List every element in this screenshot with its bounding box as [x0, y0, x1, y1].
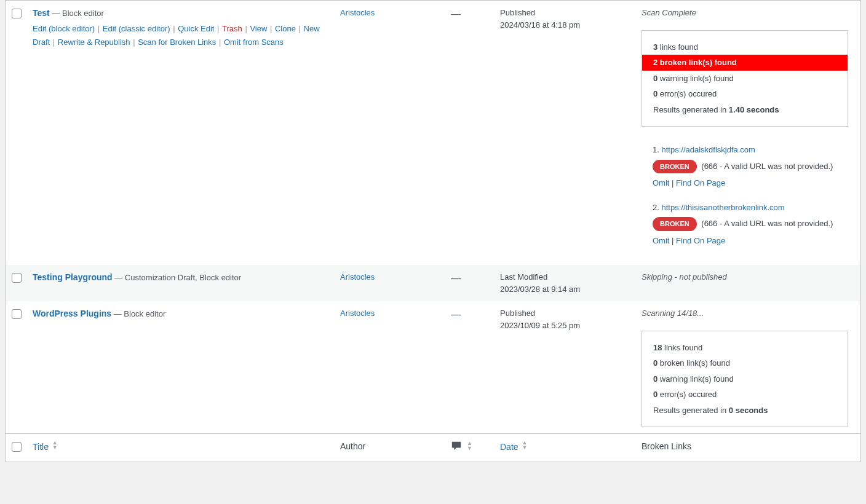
sort-icon: ▲▼	[52, 440, 58, 450]
broken-link-message: (666 - A valid URL was not provided.)	[701, 219, 833, 228]
edit-classic-link[interactable]: Edit (classic editor)	[103, 24, 170, 33]
rewrite-republish-link[interactable]: Rewrite & Republish	[58, 37, 130, 47]
date-label: Published	[500, 8, 535, 17]
post-title-link[interactable]: Test	[33, 8, 50, 18]
scan-status: Scanning 14/18...	[642, 309, 704, 318]
select-row-checkbox[interactable]	[12, 309, 22, 319]
broken-link-message: (666 - A valid URL was not provided.)	[701, 162, 833, 171]
link-number: 1.	[653, 145, 659, 154]
table-row: Testing Playground — Customization Draft…	[6, 265, 860, 301]
sort-icon: ▲▼	[467, 441, 472, 451]
column-author: Author	[334, 434, 445, 462]
select-row-checkbox[interactable]	[12, 273, 22, 283]
post-title-suffix: — Block editor	[50, 9, 104, 18]
link-number: 2.	[653, 203, 659, 212]
broken-link-url[interactable]: https://adalskdflskjdfa.com	[661, 145, 755, 154]
links-found-count: 18	[653, 343, 662, 352]
broken-badge: BROKEN	[653, 217, 697, 231]
date-value: 2023/03/28 at 9:14 am	[500, 285, 580, 294]
post-title-link[interactable]: WordPress Plugins	[33, 309, 111, 318]
sort-icon: ▲▼	[522, 440, 527, 450]
column-title-sort[interactable]: Title ▲▼	[33, 442, 58, 452]
date-value: 2024/03/18 at 4:18 pm	[500, 20, 580, 30]
broken-badge: BROKEN	[653, 160, 697, 174]
scan-summary-box: 18 links found 0 broken link(s) found 0 …	[642, 331, 848, 428]
scan-broken-links-link[interactable]: Scan for Broken Links	[138, 37, 216, 47]
comment-icon	[451, 440, 462, 451]
results-seconds: 1.40	[729, 105, 744, 114]
view-link[interactable]: View	[250, 24, 267, 33]
table-row: Test — Block editor Edit (block editor) …	[6, 1, 860, 265]
broken-link-url[interactable]: https://thisisanotherbrokenlink.com	[661, 203, 784, 212]
date-value: 2023/10/09 at 5:25 pm	[500, 321, 580, 330]
clone-link[interactable]: Clone	[275, 24, 296, 33]
omit-link[interactable]: Omit	[653, 178, 669, 187]
post-title-suffix: — Customization Draft, Block editor	[113, 273, 242, 282]
column-date-sort[interactable]: Date ▲▼	[500, 442, 527, 452]
quick-edit-link[interactable]: Quick Edit	[178, 24, 214, 33]
post-title-suffix: — Block editor	[111, 309, 165, 318]
comments-dash: —	[445, 265, 494, 301]
author-link[interactable]: Aristocles	[340, 309, 375, 318]
broken-link-item: 2. https://thisisanotherbrokenlink.com B…	[642, 202, 848, 247]
author-link[interactable]: Aristocles	[340, 272, 375, 282]
select-row-checkbox[interactable]	[12, 9, 22, 18]
scan-status: Skipping - not published	[642, 272, 727, 282]
author-link[interactable]: Aristocles	[340, 8, 375, 17]
column-comments-sort[interactable]: ▲▼	[451, 440, 472, 451]
results-seconds: 0	[729, 406, 733, 415]
scan-summary-box: 3 links found 2 broken link(s) found 0 w…	[642, 30, 848, 127]
broken-link-item: 1. https://adalskdflskjdfa.com BROKEN (6…	[642, 144, 848, 189]
find-on-page-link[interactable]: Find On Page	[676, 178, 725, 187]
scan-status: Scan Complete	[642, 8, 696, 17]
table-footer-row: Title ▲▼ Author ▲▼ Date ▲▼ Broken Links	[6, 434, 860, 462]
edit-block-link[interactable]: Edit (block editor)	[33, 24, 95, 33]
broken-links-list: 1. https://adalskdflskjdfa.com BROKEN (6…	[642, 144, 848, 246]
posts-table: Test — Block editor Edit (block editor) …	[6, 1, 860, 462]
omit-link[interactable]: Omit	[653, 236, 669, 245]
date-label: Last Modified	[500, 272, 547, 282]
find-on-page-link[interactable]: Find On Page	[676, 236, 725, 245]
table-row: WordPress Plugins — Block editor Aristoc…	[6, 301, 860, 434]
comments-dash: —	[445, 1, 494, 265]
omit-from-scans-link[interactable]: Omit from Scans	[224, 37, 284, 47]
select-all-checkbox[interactable]	[12, 442, 22, 452]
post-title-link[interactable]: Testing Playground	[33, 272, 113, 282]
comments-dash: —	[445, 301, 494, 434]
row-actions: Edit (block editor) | Edit (classic edit…	[33, 22, 322, 49]
trash-link[interactable]: Trash	[222, 24, 242, 33]
date-label: Published	[500, 309, 535, 318]
column-broken-links: Broken Links	[635, 434, 860, 462]
